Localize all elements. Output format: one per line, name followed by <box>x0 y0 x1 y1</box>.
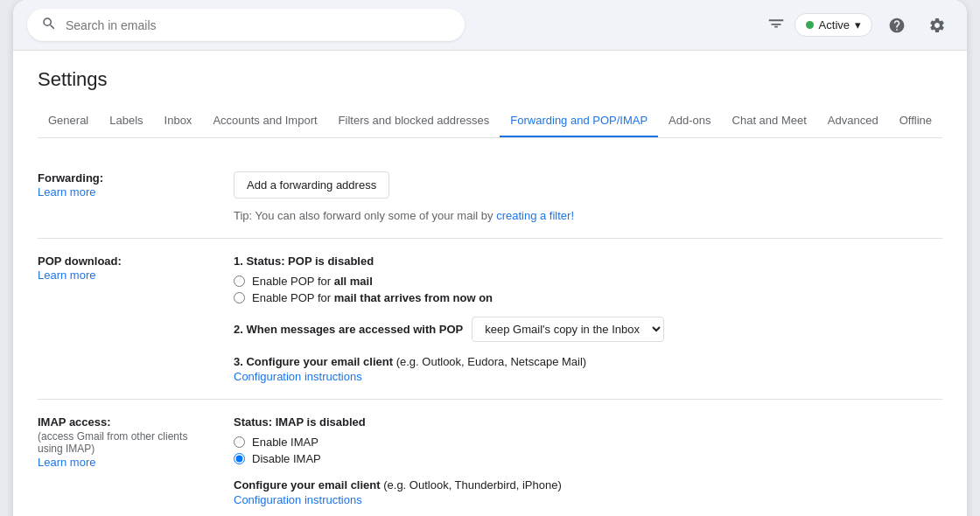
pop-when-label: 2. When messages are accessed with POP <box>234 323 463 336</box>
pop-content: 1. Status: POP is disabled Enable POP fo… <box>234 255 942 383</box>
tip-prefix: Tip: You can also forward only some of y… <box>234 209 494 222</box>
imap-config-link[interactable]: Configuration instructions <box>234 493 942 506</box>
pop-configure-label: 3. Configure your email client (e.g. Out… <box>234 355 586 368</box>
active-badge[interactable]: Active ▾ <box>794 13 872 37</box>
tab-advanced[interactable]: Advanced <box>817 105 889 138</box>
pop-all-radio[interactable] <box>234 275 245 287</box>
imap-enable-option: Enable IMAP <box>234 436 942 449</box>
filter-icon[interactable] <box>766 13 786 37</box>
tab-inbox[interactable]: Inbox <box>154 105 203 138</box>
imap-content: Status: IMAP is disabled Enable IMAP Dis… <box>234 415 942 506</box>
pop-option-new: Enable POP for mail that arrives from no… <box>234 291 942 304</box>
imap-disable-option: Disable IMAP <box>234 452 942 465</box>
tab-addons[interactable]: Add-ons <box>658 105 721 138</box>
tab-offline[interactable]: Offline <box>889 105 942 138</box>
topbar: Active ▾ <box>13 0 967 51</box>
imap-disable-radio[interactable] <box>234 453 245 464</box>
pop-when-dropdown[interactable]: keep Gmail's copy in the Inbox archive G… <box>472 317 664 342</box>
tab-forwarding[interactable]: Forwarding and POP/IMAP <box>500 105 658 138</box>
search-area <box>27 9 465 41</box>
tab-accounts[interactable]: Accounts and Import <box>202 105 327 138</box>
tab-chat[interactable]: Chat and Meet <box>722 105 817 138</box>
tab-labels[interactable]: Labels <box>99 105 153 138</box>
active-chevron-icon: ▾ <box>855 18 861 31</box>
pop-new-label: Enable POP for mail that arrives from no… <box>252 291 493 304</box>
pop-all-label: Enable POP for all mail <box>252 275 373 288</box>
forwarding-title: Forwarding: <box>38 171 213 185</box>
search-input[interactable] <box>66 18 451 32</box>
add-forwarding-button[interactable]: Add a forwarding address <box>234 171 389 199</box>
pop-option-all: Enable POP for all mail <box>234 275 942 288</box>
settings-button[interactable] <box>921 10 953 41</box>
tab-filters[interactable]: Filters and blocked addresses <box>328 105 500 138</box>
pop-status: 1. Status: POP is disabled <box>234 255 942 268</box>
imap-title: IMAP access: <box>38 415 213 429</box>
pop-label: POP download: Learn more <box>38 255 213 383</box>
imap-learn-more[interactable]: Learn more <box>38 456 95 469</box>
pop-configure: 3. Configure your email client (e.g. Out… <box>234 354 942 383</box>
pop-config-link[interactable]: Configuration instructions <box>234 370 942 383</box>
forwarding-tip: Tip: You can also forward only some of y… <box>234 209 942 222</box>
imap-configure-label: Configure your email client (e.g. Outloo… <box>234 478 562 492</box>
forwarding-section: Forwarding: Learn more Add a forwarding … <box>38 156 942 239</box>
page-title: Settings <box>38 68 942 91</box>
forwarding-learn-more[interactable]: Learn more <box>38 185 95 199</box>
search-icon <box>41 16 57 34</box>
imap-status: Status: IMAP is disabled <box>234 415 942 429</box>
active-label: Active <box>819 18 850 31</box>
main-content: Settings General Labels Inbox Accounts a… <box>13 51 967 516</box>
forwarding-label: Forwarding: Learn more <box>38 171 213 222</box>
imap-label: IMAP access: (access Gmail from other cl… <box>38 415 213 506</box>
pop-title: POP download: <box>38 255 213 268</box>
imap-configure: Configure your email client (e.g. Outloo… <box>234 478 942 506</box>
create-filter-link[interactable]: creating a filter! <box>496 209 574 222</box>
pop-new-radio[interactable] <box>234 292 245 303</box>
pop-all-bold: all mail <box>334 275 373 288</box>
pop-learn-more[interactable]: Learn more <box>38 268 95 282</box>
active-dot <box>806 21 814 29</box>
pop-new-bold: mail that arrives from now on <box>334 291 493 304</box>
imap-enable-radio[interactable] <box>234 436 245 448</box>
imap-enable-label: Enable IMAP <box>252 436 318 449</box>
app-window: Active ▾ Settings General Labels Inbox A… <box>13 0 967 516</box>
tab-general[interactable]: General <box>38 105 99 138</box>
pop-section: POP download: Learn more 1. Status: POP … <box>38 239 942 400</box>
imap-section: IMAP access: (access Gmail from other cl… <box>38 400 942 516</box>
help-button[interactable] <box>881 10 913 41</box>
topbar-right: Active ▾ <box>766 10 953 41</box>
tabs-bar: General Labels Inbox Accounts and Import… <box>38 105 942 138</box>
imap-desc: (access Gmail from other clients using I… <box>38 430 213 455</box>
forwarding-content: Add a forwarding address Tip: You can al… <box>234 171 942 222</box>
pop-when-row: 2. When messages are accessed with POP k… <box>234 317 942 342</box>
imap-disable-label: Disable IMAP <box>252 452 321 465</box>
settings-body: Forwarding: Learn more Add a forwarding … <box>38 138 942 516</box>
